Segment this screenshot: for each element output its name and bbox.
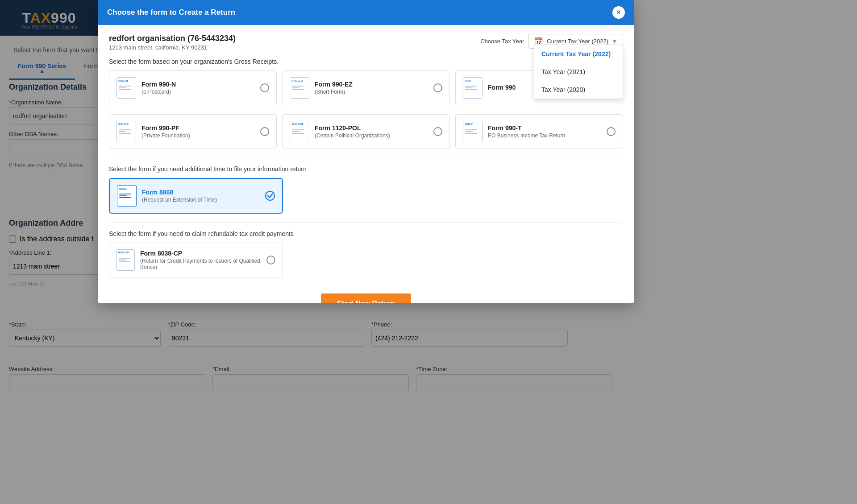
form-card-990n[interactable]: 990-N Form 990-N (e-Postcard)	[109, 70, 277, 105]
form-card-left-990t: 990-T Form 990-T EO Business Income Tax …	[463, 121, 565, 142]
radio-990n[interactable]	[260, 83, 269, 92]
form-card-990t[interactable]: 990-T Form 990-T EO Business Income Tax …	[455, 114, 623, 149]
form-icon-990t: 990-T	[463, 121, 483, 142]
form-info-1120pol: Form 1120-POL (Certain Political Organiz…	[315, 124, 390, 139]
tax-year-label: Choose Tax Year	[480, 38, 524, 45]
tax-year-option-2020[interactable]: Tax Year (2020)	[534, 81, 623, 99]
section3-header: Select the form if you need to claim ref…	[109, 230, 623, 237]
form-info-990: Form 990	[488, 84, 516, 92]
divider1	[109, 158, 623, 158]
form-info-8868: Form 8868 (Request an Extension of Time)	[142, 189, 217, 203]
form-card-left-990pf: 990-PF Form 990-PF (Private Foundation)	[116, 121, 190, 142]
tax-year-value: Current Tax Year (2022)	[547, 38, 608, 45]
chevron-down-icon: ▼	[612, 38, 617, 45]
form-card-left-8038cp: 8038-CP Form 8038-CP (Return for Credit …	[116, 249, 266, 271]
form-card-left-990ez: 990-EZ Form 990-EZ (Short Form)	[290, 77, 353, 99]
modal-header: Choose the form to Create a Return ×	[98, 0, 634, 25]
form-card-8038cp[interactable]: 8038-CP Form 8038-CP (Return for Credit …	[109, 243, 283, 277]
modal-dialog: Choose the form to Create a Return × red…	[98, 0, 634, 303]
tax-year-option-2022[interactable]: Current Tax Year (2022)	[534, 45, 623, 63]
tax-year-option-2021[interactable]: Tax Year (2021)	[534, 63, 623, 81]
form-icon-990pf: 990-PF	[116, 121, 136, 142]
form-card-990pf[interactable]: 990-PF Form 990-PF (Private Foundation)	[109, 114, 277, 149]
form-icon-1120pol: 1120 POL	[290, 121, 309, 142]
forms-section3: 8038-CP Form 8038-CP (Return for Credit …	[109, 243, 623, 277]
form-card-left-1120pol: 1120 POL Form 1120-POL (Certain Politica…	[290, 121, 390, 142]
form-info-990n: Form 990-N (e-Postcard)	[141, 81, 176, 95]
divider2	[109, 223, 623, 223]
modal-body: redfort organisation (76-5443234) 1213 m…	[98, 25, 634, 303]
form-card-990ez[interactable]: 990-EZ Form 990-EZ (Short Form)	[282, 70, 450, 105]
form-card-left-8868: 8868 Form 8868 (Request an Extension of …	[117, 185, 217, 207]
form-info-990pf: Form 990-PF (Private Foundation)	[141, 124, 190, 139]
form-info-8038cp: Form 8038-CP (Return for Credit Payments…	[140, 250, 266, 270]
radio-8038cp[interactable]	[266, 256, 275, 264]
form-icon-990ez: 990-EZ	[290, 77, 309, 99]
modal-close-button[interactable]: ×	[612, 6, 625, 19]
radio-1120pol[interactable]	[433, 127, 442, 136]
section2-header: Select the form if you need additional t…	[109, 165, 623, 173]
form-icon-8868: 8868	[117, 185, 137, 207]
form-card-1120pol[interactable]: 1120 POL Form 1120-POL (Certain Politica…	[282, 114, 450, 149]
org-name-display: redfort organisation (76-5443234)	[109, 34, 236, 43]
forms-row2: 990-PF Form 990-PF (Private Foundation)	[109, 114, 623, 149]
form-icon-990n: 990-N	[116, 77, 136, 99]
start-new-return-button[interactable]: Start New Return	[321, 293, 411, 303]
radio-990t[interactable]	[607, 127, 616, 136]
form-info-990t: Form 990-T EO Business Income Tax Return	[488, 124, 565, 139]
org-address-display: 1213 main street, california, KY 90231	[109, 44, 236, 51]
form-info-990ez: Form 990-EZ (Short Form)	[315, 81, 353, 95]
tax-year-menu: Current Tax Year (2022) Tax Year (2021) …	[534, 45, 623, 99]
forms-section2: 8868 Form 8868 (Request an Extension of …	[109, 178, 623, 214]
radio-990ez[interactable]	[433, 83, 442, 92]
checkmark-8868	[265, 191, 275, 201]
form-card-left-990: 990 Form 990	[463, 77, 516, 99]
modal-footer: Start New Return	[109, 286, 623, 303]
form-icon-8038cp: 8038-CP	[116, 249, 135, 271]
form-card-8868[interactable]: 8868 Form 8868 (Request an Extension of …	[109, 178, 283, 214]
form-icon-990: 990	[463, 77, 483, 99]
modal-title: Choose the form to Create a Return	[107, 8, 235, 17]
form-card-left-990n: 990-N Form 990-N (e-Postcard)	[116, 77, 176, 99]
radio-990pf[interactable]	[260, 127, 269, 136]
